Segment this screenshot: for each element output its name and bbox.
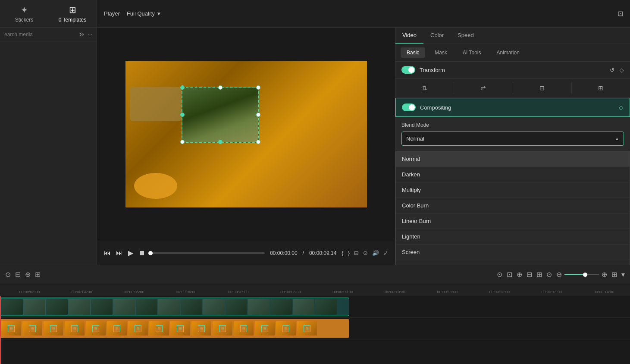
step-back-button[interactable]: ⏮ (104, 249, 111, 257)
quality-select[interactable]: Full Quality ▾ (127, 10, 160, 17)
progress-bar[interactable] (150, 252, 265, 254)
settings-icon[interactable]: ⊙ (497, 270, 502, 279)
orange-thumb-3: ⊟ (43, 321, 64, 336)
image-icon[interactable]: ⊡ (617, 9, 623, 18)
orange-thumb-inner-5: ⊟ (92, 325, 99, 332)
transform-icons-row: ⇅ ⇄ ⊡ ⊞ (395, 78, 630, 98)
magnet-icon[interactable]: ⊕ (25, 270, 31, 279)
thumb-11 (226, 299, 247, 315)
handle-top-center[interactable] (218, 85, 223, 90)
blend-option-screen[interactable]: Screen (396, 245, 630, 260)
skip-back-button[interactable]: ⏭ (116, 249, 123, 257)
tab-speed[interactable]: Speed (451, 28, 481, 44)
transform-title: Transform (420, 67, 605, 73)
group-icon[interactable]: ⊟ (527, 270, 532, 279)
orange-thumb-10: ⊟ (191, 321, 212, 336)
bracket-close-icon[interactable]: } (348, 250, 350, 256)
split-icon[interactable]: ⊞ (536, 270, 542, 279)
playback-right-controls: { } ⊟ ⊙ 🔊 ⤢ (342, 250, 388, 256)
zoom-out-button[interactable]: ⊖ (556, 270, 562, 279)
capture-icon[interactable]: ⊙ (546, 270, 552, 279)
ruler-mark-0: 00:00:03:00 (3, 290, 56, 294)
thumb-6 (113, 299, 135, 315)
tab-color[interactable]: Color (423, 28, 451, 44)
pillow-element (130, 87, 182, 121)
blend-option-darken[interactable]: Darken (396, 167, 630, 182)
orange-thumb-inner-13: ⊟ (261, 325, 268, 332)
blend-option-multiply[interactable]: Multiply (396, 182, 630, 198)
transform-toggle[interactable] (401, 66, 415, 74)
timeline-section: ⊙ ⊟ ⊕ ⊞ ⊙ ⊡ ⊕ ⊟ ⊞ ⊙ ⊖ ⊕ ⊞ ▾ 00:00:03 (0, 265, 630, 364)
handle-top-right[interactable] (256, 85, 260, 90)
orange-thumb-5: ⊟ (85, 321, 106, 336)
blend-mode-label: Blend Mode (401, 122, 624, 128)
reset-icon[interactable]: ↺ (610, 67, 614, 73)
orange-thumb-9: ⊟ (170, 321, 191, 336)
subtab-aitools[interactable]: AI Tools (457, 47, 487, 58)
blend-option-normal[interactable]: Normal (396, 151, 630, 167)
blend-option-colorburn[interactable]: Color Burn (396, 198, 630, 213)
subtab-basic[interactable]: Basic (401, 47, 425, 58)
stickers-tab[interactable]: ✦ Stickers (0, 0, 48, 27)
handle-bottom-center[interactable] (218, 140, 223, 144)
zoom-in-button[interactable]: ⊕ (602, 270, 607, 279)
mic-icon[interactable]: ⊕ (517, 270, 522, 279)
progress-thumb[interactable] (148, 251, 153, 255)
pip-icon-12: ⊟ (242, 326, 245, 330)
templates-tab[interactable]: ⊞ 0 Templates (48, 0, 97, 27)
blend-mode-select[interactable]: Normal ▲ (401, 132, 624, 146)
ruler-marks: 00:00:03:00 00:00:04:00 00:00:05:00 00:0… (0, 290, 630, 294)
history-icon[interactable]: ⊙ (5, 270, 11, 279)
tab-video[interactable]: Video (395, 28, 423, 44)
diamond-reset-icon[interactable]: ◇ (620, 67, 624, 73)
timeline-playhead[interactable] (0, 296, 1, 364)
fullscreen-icon[interactable]: ⤢ (383, 250, 388, 256)
handle-top-left[interactable] (180, 85, 185, 90)
zoom-slider[interactable] (564, 274, 599, 275)
more-options-icon[interactable]: ▾ (621, 270, 625, 279)
shield-icon[interactable]: ⊡ (507, 270, 512, 279)
current-time: 00:00:00:00 (270, 250, 297, 256)
stop-button[interactable]: ⏹ (138, 249, 145, 257)
orange-thumb-11: ⊟ (212, 321, 233, 336)
track-clip-orange[interactable]: ⊟ ⊟ ⊟ ⊟ (0, 319, 349, 338)
fit-screen-icon[interactable]: ⊟ (15, 270, 21, 279)
main-content: earch media ⊜ ··· (0, 28, 630, 265)
crop-button[interactable]: ⊡ (513, 82, 572, 94)
inner-video-frame[interactable] (182, 87, 259, 143)
play-button[interactable]: ▶ (128, 249, 133, 257)
blend-option-colordodge[interactable]: Color Dodge (396, 260, 630, 265)
blend-option-linearburn[interactable]: Linear Burn (396, 213, 630, 229)
orange-thumb-4: ⊟ (64, 321, 85, 336)
orange-thumb-inner-3: ⊟ (50, 325, 57, 332)
volume-icon[interactable]: 🔊 (372, 250, 379, 256)
zoom-slider-fill (564, 274, 585, 275)
handle-bottom-left[interactable] (180, 140, 185, 144)
track-clip-video[interactable] (0, 298, 349, 316)
timeline-right-tools: ⊙ ⊡ ⊕ ⊟ ⊞ ⊙ ⊖ ⊕ ⊞ ▾ (497, 270, 625, 279)
video-preview (125, 61, 367, 207)
compositing-diamond-icon[interactable]: ◇ (619, 104, 624, 111)
subtab-mask[interactable]: Mask (429, 47, 453, 58)
fit-button[interactable]: ⊞ (572, 82, 630, 94)
stickers-icon: ✦ (21, 5, 28, 15)
filter-icon[interactable]: ⊜ (79, 31, 84, 38)
pip-icon-5: ⊟ (94, 326, 97, 330)
blend-option-lighten[interactable]: Lighten (396, 229, 630, 245)
handle-middle-left[interactable] (180, 113, 185, 117)
more-icon[interactable]: ··· (88, 31, 92, 38)
zoom-slider-thumb[interactable] (583, 273, 587, 277)
compositing-toggle[interactable] (402, 104, 416, 111)
screen-icon[interactable]: ⊟ (354, 250, 359, 256)
flip-h-button[interactable]: ⇄ (454, 82, 513, 94)
blend-mode-arrow-icon: ▲ (615, 136, 619, 141)
handle-middle-right[interactable] (256, 113, 260, 117)
subtab-animation[interactable]: Animation (490, 47, 525, 58)
thumb-10 (203, 299, 225, 315)
multi-track-icon[interactable]: ⊞ (35, 270, 41, 279)
camera-icon[interactable]: ⊙ (363, 250, 368, 256)
flip-v-button[interactable]: ⇅ (395, 82, 454, 94)
bracket-open-icon[interactable]: { (342, 250, 343, 256)
grid-view-icon[interactable]: ⊞ (611, 270, 617, 279)
handle-bottom-right[interactable] (256, 140, 260, 144)
